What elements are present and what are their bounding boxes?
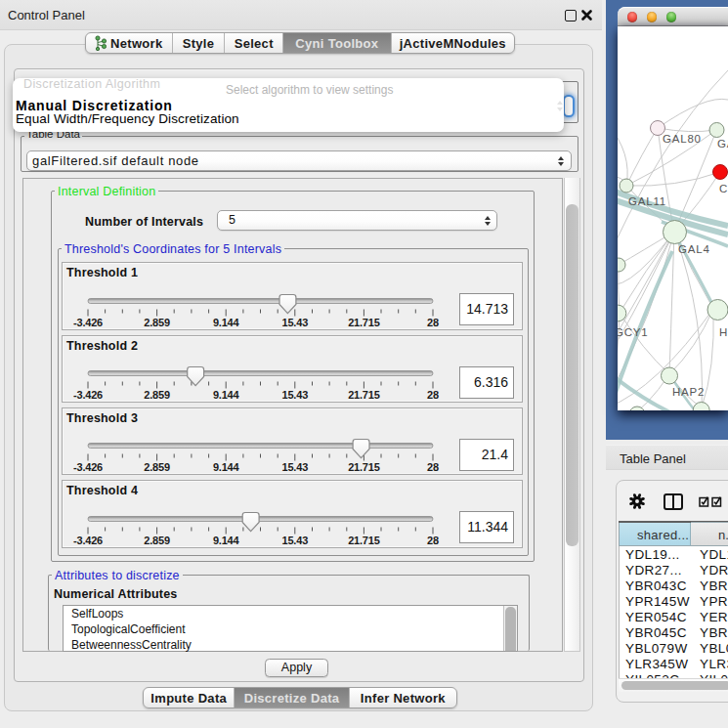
svg-text:9.144: 9.144 [213, 317, 240, 328]
svg-text:15.43: 15.43 [282, 535, 309, 546]
svg-text:28: 28 [427, 461, 439, 473]
svg-text:21.715: 21.715 [348, 535, 380, 546]
svg-text:C: C [719, 183, 728, 194]
svg-text:15.43: 15.43 [282, 317, 309, 328]
svg-text:GAL4: GAL4 [678, 243, 710, 255]
svg-text:GAL80: GAL80 [663, 133, 702, 145]
svg-text:21.715: 21.715 [348, 389, 380, 401]
svg-text:28: 28 [427, 389, 439, 401]
svg-text:9.144: 9.144 [213, 389, 240, 401]
svg-text:2.859: 2.859 [144, 389, 170, 401]
svg-text:-3.426: -3.426 [73, 461, 103, 473]
svg-text:15.43: 15.43 [282, 461, 309, 473]
svg-text:9.144: 9.144 [213, 535, 240, 546]
svg-text:2.859: 2.859 [144, 317, 170, 328]
svg-text:2.859: 2.859 [144, 535, 170, 546]
svg-text:HAP2: HAP2 [672, 386, 705, 398]
svg-text:GCY1: GCY1 [618, 326, 649, 338]
svg-text:GAL11: GAL11 [628, 195, 666, 207]
svg-text:GA: GA [717, 138, 728, 150]
svg-text:2.859: 2.859 [144, 461, 170, 473]
svg-text:28: 28 [427, 317, 439, 328]
svg-text:21.715: 21.715 [348, 317, 380, 328]
svg-text:28: 28 [427, 535, 439, 546]
svg-text:H: H [719, 326, 728, 338]
svg-text:-3.426: -3.426 [73, 535, 103, 546]
svg-text:21.715: 21.715 [348, 461, 380, 473]
svg-text:-3.426: -3.426 [73, 389, 103, 401]
svg-text:-3.426: -3.426 [73, 317, 103, 328]
svg-text:15.43: 15.43 [282, 389, 309, 401]
svg-text:9.144: 9.144 [213, 461, 240, 473]
